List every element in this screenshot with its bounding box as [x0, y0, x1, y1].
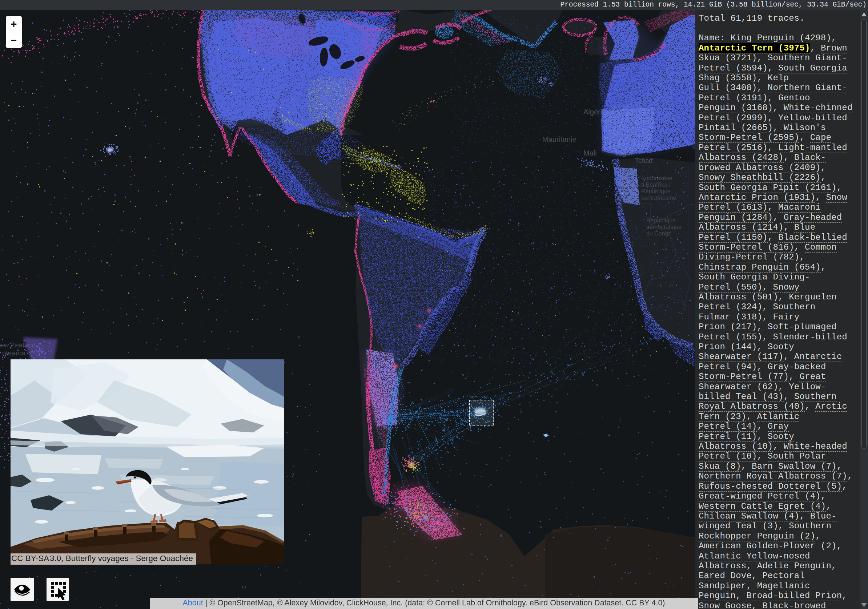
svg-text:Tchad: Tchad [635, 157, 653, 164]
